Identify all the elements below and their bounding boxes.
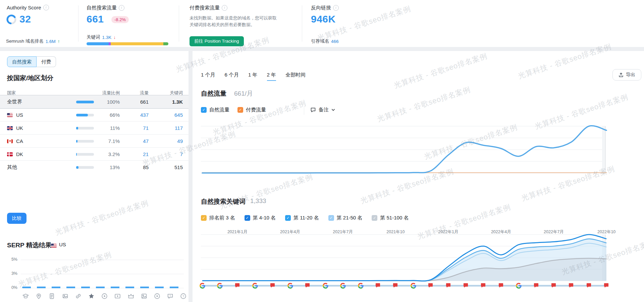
note-flag-icon[interactable] — [446, 283, 452, 289]
notes-toggle[interactable]: 备注 — [310, 107, 335, 113]
tab-paid[interactable]: 付费 — [37, 56, 56, 67]
tab-organic[interactable]: 自然搜索 — [7, 56, 37, 67]
google-update-icon[interactable] — [358, 283, 364, 289]
keywords-value[interactable]: 49 — [157, 135, 183, 148]
table-row-ca[interactable]: CA7.1%4749 — [0, 134, 189, 148]
organic-traffic-value[interactable]: 661 — [87, 13, 104, 25]
info-icon[interactable]: i — [222, 5, 227, 11]
top-stories-icon[interactable] — [127, 293, 135, 300]
google-update-icon[interactable] — [516, 283, 522, 289]
keywords-value[interactable]: 645 — [157, 108, 183, 121]
authority-gauge — [6, 14, 17, 25]
note-flag-icon[interactable] — [481, 283, 487, 289]
keywords-value[interactable]: 7 — [157, 148, 183, 161]
video-play-icon[interactable] — [154, 293, 161, 300]
legend-自然流量[interactable]: ✓自然流量 — [201, 107, 229, 113]
traffic-value[interactable]: 47 — [126, 135, 149, 148]
range-全部时间[interactable]: 全部时间 — [285, 72, 306, 81]
note-flag-icon[interactable] — [551, 283, 557, 289]
featured-snippet-star-icon[interactable] — [88, 293, 95, 300]
video-icon[interactable] — [114, 293, 121, 300]
table-row-dk[interactable]: DK3.2%217 — [0, 147, 189, 161]
note-flag-icon[interactable] — [375, 283, 381, 289]
left-panel: 自然搜索付费 按国家/地区划分 国家 流量比例 流量 关键词 全世界100%66… — [0, 51, 189, 302]
legend-第 4-10 名[interactable]: ✓第 4-10 名 — [245, 215, 276, 221]
divider — [302, 5, 302, 42]
question-circle-icon[interactable]: ? — [180, 293, 187, 300]
checkbox[interactable]: ✓ — [372, 215, 377, 221]
info-icon[interactable]: i — [333, 5, 339, 11]
kbar-segment-pos11-50 — [111, 42, 163, 45]
note-flag-icon[interactable] — [498, 283, 504, 289]
checkbox[interactable]: ✓ — [245, 215, 250, 221]
info-icon[interactable]: i — [43, 5, 49, 10]
range-6个月[interactable]: 6 个月 — [225, 72, 239, 81]
location-pin-icon[interactable] — [35, 293, 42, 300]
info-icon[interactable]: i — [119, 5, 124, 11]
country-cell: 全世界 — [7, 95, 71, 108]
organic-keywords-chart[interactable] — [201, 231, 616, 282]
notes-timeline-axis — [201, 285, 608, 287]
image-pack-icon[interactable] — [62, 293, 69, 300]
note-flag-icon[interactable] — [428, 283, 434, 289]
graduation-cap-icon[interactable] — [22, 293, 29, 300]
range-1年[interactable]: 1 年 — [248, 72, 258, 81]
compare-button[interactable]: 比较 — [7, 213, 26, 224]
legend-付费流量[interactable]: ✓付费流量 — [237, 107, 266, 113]
checkbox[interactable]: ✓ — [201, 215, 207, 221]
faq-bubble-icon[interactable]: ? — [167, 293, 174, 300]
note-flag-icon[interactable] — [534, 283, 540, 289]
domain-rank-value[interactable]: 1.6M — [46, 39, 56, 44]
note-flag-icon[interactable] — [393, 283, 399, 289]
video-play-icon[interactable] — [101, 293, 108, 300]
keyword-distribution-bar[interactable] — [87, 42, 168, 45]
traffic-value[interactable]: 437 — [126, 108, 149, 121]
legend-第 21-50 名[interactable]: ✓第 21-50 名 — [328, 215, 363, 221]
traffic-value[interactable]: 71 — [126, 121, 149, 135]
google-update-icon[interactable] — [287, 283, 293, 289]
note-flag-icon[interactable] — [463, 283, 469, 289]
note-flag-icon[interactable] — [305, 283, 311, 289]
organic-traffic-chart[interactable] — [201, 123, 616, 174]
google-update-icon[interactable] — [252, 283, 258, 289]
range-1个月[interactable]: 1 个月 — [201, 72, 215, 81]
table-row-其他[interactable]: 其他13%85515 — [0, 160, 189, 174]
export-button[interactable]: 导出 — [612, 69, 641, 81]
share-bar — [76, 127, 94, 130]
checkbox[interactable]: ✓ — [201, 107, 207, 113]
google-update-icon[interactable] — [217, 283, 223, 289]
checkbox[interactable]: ✓ — [328, 215, 334, 221]
traffic-legend: ✓自然流量✓付费流量 — [201, 107, 266, 113]
note-flag-icon[interactable] — [270, 283, 276, 289]
note-flag-icon[interactable] — [604, 283, 610, 289]
traffic-value[interactable]: 21 — [126, 148, 149, 161]
keywords-value[interactable]: 117 — [157, 121, 183, 135]
google-update-icon[interactable] — [411, 283, 417, 289]
note-flag-icon[interactable] — [586, 283, 592, 289]
checkbox[interactable]: ✓ — [285, 215, 291, 221]
referring-domains-value[interactable]: 466 — [331, 39, 339, 44]
range-2年[interactable]: 2 年 — [267, 72, 276, 81]
note-flag-icon[interactable] — [569, 283, 575, 289]
checkbox[interactable]: ✓ — [237, 107, 243, 113]
google-update-icon[interactable] — [200, 283, 206, 289]
article-icon[interactable] — [48, 293, 55, 300]
legend-排名前 3 名[interactable]: ✓排名前 3 名 — [201, 215, 235, 221]
image-icon[interactable] — [141, 293, 148, 300]
table-row-uk[interactable]: UK11%71117 — [0, 121, 189, 135]
keywords-down-arrow: ↓ — [113, 35, 116, 40]
legend-第 11-20 名[interactable]: ✓第 11-20 名 — [285, 215, 319, 221]
serp-zero-line — [22, 287, 184, 288]
position-tracking-button[interactable]: 前往 Position Tracking — [190, 36, 244, 46]
keywords-count[interactable]: 1.3K — [102, 35, 112, 40]
backlinks-value[interactable]: 946K — [311, 13, 336, 25]
legend-第 51-100 名[interactable]: ✓第 51-100 名 — [372, 215, 409, 221]
serp-ytick: 0% — [5, 285, 17, 290]
note-flag-icon[interactable] — [235, 283, 241, 289]
table-row-us[interactable]: US66%437645 — [0, 108, 189, 121]
table-row-全世界[interactable]: 全世界100%6611.3K — [0, 95, 189, 109]
link-icon[interactable] — [75, 293, 82, 300]
google-update-icon[interactable] — [323, 283, 329, 289]
google-update-icon[interactable] — [340, 283, 346, 289]
share-value: 11% — [96, 121, 120, 135]
